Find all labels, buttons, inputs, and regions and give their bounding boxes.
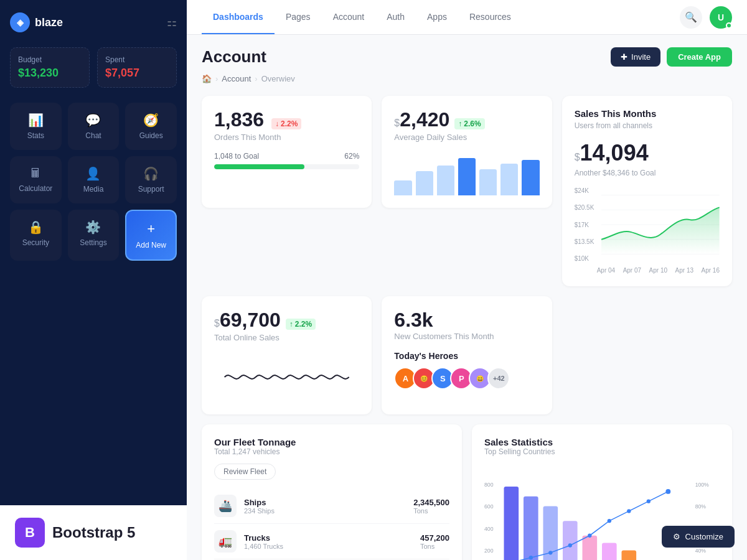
bar-5 xyxy=(479,169,497,195)
tab-auth[interactable]: Auth xyxy=(375,0,416,34)
bottom-grid: Our Fleet Tonnage Total 1,247 vehicles R… xyxy=(202,424,732,560)
tab-resources[interactable]: Resources xyxy=(458,0,522,34)
breadcrumb-home[interactable]: 🏠 xyxy=(202,74,212,83)
tab-pages[interactable]: Pages xyxy=(275,0,322,34)
bar-4 xyxy=(458,158,476,195)
fleet-title: Our Fleet Tonnage xyxy=(214,437,449,447)
svg-point-25 xyxy=(608,519,611,523)
online-sales-card: $ 69,700 ↑ 2.2% Total Online Sales xyxy=(202,296,372,414)
spent-value: $7,057 xyxy=(105,67,169,80)
sidebar-item-guides[interactable]: 🧭 Guides xyxy=(125,103,177,150)
sidebar-item-media[interactable]: 👤 Media xyxy=(68,156,120,203)
sidebar-item-stats[interactable]: 📊 Stats xyxy=(10,103,62,150)
avatar[interactable]: U xyxy=(710,6,732,29)
daily-sales-card: $ 2,420 ↑ 2.6% Average Daily Sales xyxy=(382,96,552,208)
invite-button[interactable]: ✚ Invite xyxy=(611,47,660,67)
sales-month-value: 14,094 xyxy=(580,140,649,166)
fleet-row-trucks: 🚛 Trucks 1,460 Trucks 457,200 Tons xyxy=(214,524,449,559)
breadcrumb-account[interactable]: Account xyxy=(222,74,251,83)
calculator-icon: 🖩 xyxy=(29,166,42,180)
tab-apps[interactable]: Apps xyxy=(416,0,458,34)
svg-rect-16 xyxy=(563,521,578,560)
daily-sales-value: 2,420 xyxy=(400,108,449,131)
svg-point-21 xyxy=(529,556,533,559)
hero-avatar-count: +42 xyxy=(487,367,510,390)
add-icon: + xyxy=(147,221,155,237)
sidebar-item-security[interactable]: 🔒 Security xyxy=(10,210,62,261)
tab-dashboards[interactable]: Dashboards xyxy=(202,0,275,34)
bar-6 xyxy=(500,164,518,195)
budget-row: Budget $13,230 Spent $7,057 xyxy=(10,47,177,88)
fleet-subtitle: Total 1,247 vehicles xyxy=(214,447,449,456)
trucks-unit: Tons xyxy=(420,543,449,550)
svg-point-23 xyxy=(568,543,572,547)
progress-bar-bg xyxy=(214,164,359,169)
bar-2 xyxy=(416,171,433,195)
bar-7 xyxy=(522,160,539,195)
sales-month-subtitle: Users from all channels xyxy=(575,121,720,130)
sidebar-item-add-new[interactable]: + Add New xyxy=(125,210,177,261)
sidebar-item-settings[interactable]: ⚙️ Settings xyxy=(68,210,120,261)
add-label: Add New xyxy=(136,241,166,250)
page-title: Account xyxy=(202,47,266,67)
media-label: Media xyxy=(83,185,104,194)
customize-button[interactable]: ⚙ Customize xyxy=(662,526,735,548)
security-icon: 🔒 xyxy=(28,220,44,235)
search-icon[interactable]: 🔍 xyxy=(680,6,702,29)
ships-unit: Tons xyxy=(413,507,449,515)
bootstrap-text: Bootstrap 5 xyxy=(52,524,135,541)
ships-icon: 🚢 xyxy=(214,495,237,517)
sidebar-item-support[interactable]: 🎧 Support xyxy=(125,156,177,203)
media-icon: 👤 xyxy=(85,166,101,181)
page-actions: ✚ Invite Create App xyxy=(611,47,732,67)
svg-text:400: 400 xyxy=(484,526,494,532)
guides-icon: 🧭 xyxy=(143,113,159,128)
sales-line-chart-container: $24K $20.5K $17K $13.5K $10K xyxy=(575,187,720,274)
sidebar-item-chat[interactable]: 💬 Chat xyxy=(68,103,120,150)
chat-label: Chat xyxy=(85,131,101,140)
daily-sales-change: ↑ 2.6% xyxy=(454,118,484,129)
sales-stats-subtitle: Top Selling Countries xyxy=(484,447,720,456)
sales-month-card: Sales This Months Users from all channel… xyxy=(562,96,732,286)
stats-label: Stats xyxy=(27,131,44,140)
sidebar-grid: 📊 Stats 💬 Chat 🧭 Guides 🖩 Calculator 👤 M… xyxy=(10,103,177,261)
guides-label: Guides xyxy=(139,131,163,140)
page-header: Account ✚ Invite Create App xyxy=(202,47,732,67)
spent-label: Spent xyxy=(105,55,169,64)
sidebar-item-calculator[interactable]: 🖩 Calculator xyxy=(10,156,62,203)
trucks-sub: 1,460 Trucks xyxy=(244,543,413,550)
svg-text:800: 800 xyxy=(484,482,494,488)
svg-text:40%: 40% xyxy=(695,548,707,554)
tab-account[interactable]: Account xyxy=(322,0,376,34)
menu-icon[interactable]: ⚏ xyxy=(167,16,177,29)
create-app-button[interactable]: Create App xyxy=(667,47,732,67)
logo-area: ◈ blaze xyxy=(10,12,63,32)
ships-sub: 234 Ships xyxy=(244,507,406,515)
wavy-chart xyxy=(214,352,359,402)
bar-1 xyxy=(394,180,411,195)
ships-value: 2,345,500 xyxy=(413,498,449,507)
page-area: Account ✚ Invite Create App 🏠 › Account … xyxy=(187,35,747,560)
breadcrumb-overview: Overwiev xyxy=(261,74,295,83)
svg-point-27 xyxy=(647,499,651,503)
orders-change: ↓ 2.2% xyxy=(271,118,301,129)
heroes-title: Today's Heroes xyxy=(394,351,539,361)
progress-bar-fill xyxy=(214,164,304,169)
online-sales-value: 69,700 xyxy=(220,309,281,332)
sidebar: ◈ blaze ⚏ Budget $13,230 Spent $7,057 📊 … xyxy=(0,0,187,560)
settings-label: Settings xyxy=(80,238,106,247)
logo-text: blaze xyxy=(35,16,63,29)
svg-point-26 xyxy=(627,509,631,513)
daily-sales-prefix: $ xyxy=(394,118,400,129)
security-label: Security xyxy=(22,238,49,247)
fleet-row-ships: 🚢 Ships 234 Ships 2,345,500 Tons xyxy=(214,488,449,524)
svg-text:600: 600 xyxy=(484,503,494,510)
orders-progress: 1,048 to Goal 62% xyxy=(214,152,359,169)
review-fleet-button[interactable]: Review Fleet xyxy=(214,464,276,480)
budget-label: Budget xyxy=(18,55,82,64)
chat-icon: 💬 xyxy=(85,113,101,128)
svg-text:100%: 100% xyxy=(695,482,709,488)
sales-month-title: Sales This Months xyxy=(575,108,720,119)
sidebar-header: ◈ blaze ⚏ xyxy=(10,12,177,32)
trucks-name: Trucks xyxy=(244,533,413,543)
